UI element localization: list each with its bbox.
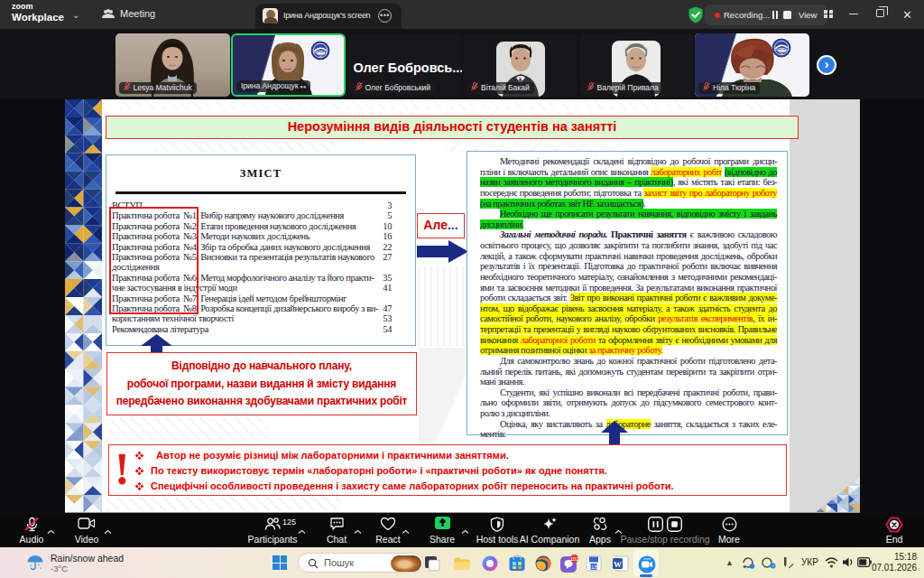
- svg-text:W: W: [614, 560, 622, 569]
- svg-text:zoom: zoom: [643, 557, 651, 561]
- svg-text:102: 102: [570, 556, 578, 562]
- svg-text:13: 13: [591, 564, 596, 570]
